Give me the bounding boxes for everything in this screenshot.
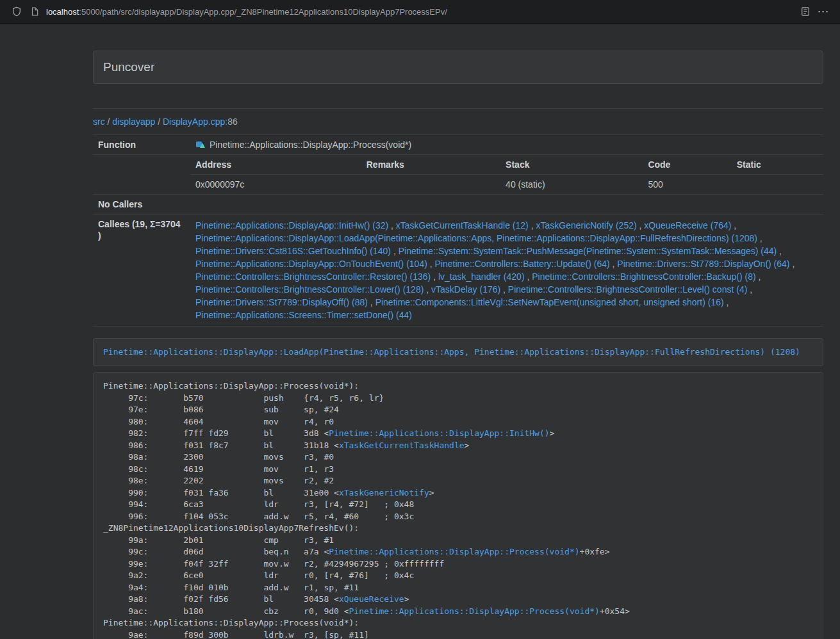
callee-link[interactable]: lv_task_handler (420)	[438, 271, 525, 282]
callee-link[interactable]: Pinetime::Drivers::St7789::DisplayOff() …	[195, 297, 368, 307]
callee-link[interactable]: Pinetime::Controllers::BrightnessControl…	[508, 284, 747, 295]
stats-header-row: AddressRemarksStackCodeStatic	[190, 155, 823, 175]
stats-header-remarks: Remarks	[361, 155, 500, 175]
no-callers-cell	[190, 195, 823, 214]
reader-mode-icon[interactable]	[796, 3, 814, 20]
code-line: 98c: 4619 mov r1, r3	[103, 464, 813, 476]
highlighted-callee-panel: Pinetime::Applications::DisplayApp::Load…	[93, 338, 823, 366]
code-line: 986: f031 f8c7 bl 31b18 <xTaskGetCurrent…	[103, 440, 813, 452]
code-line: 99c: d06d beq.n a7a <Pinetime::Applicati…	[103, 546, 813, 558]
callee-link[interactable]: Pinetime::Controllers::Battery::Update()…	[435, 259, 610, 269]
callee-link[interactable]: Pinetime::Drivers::St7789::DisplayOn() (…	[617, 259, 789, 269]
code-line: 9a4: f10d 010b add.w r1, sp, #11	[103, 582, 813, 594]
highlighted-callee-link[interactable]: Pinetime::Applications::DisplayApp::Load…	[103, 347, 800, 357]
callee-separator: ,	[529, 220, 536, 231]
callee-link[interactable]: Pinetime::Applications::DisplayApp::Init…	[195, 220, 388, 231]
breadcrumb-link[interactable]: src	[93, 117, 105, 127]
callee-link[interactable]: Pinetime::Applications::DisplayApp::OnTo…	[195, 259, 427, 269]
breadcrumb-link[interactable]: displayapp	[112, 117, 155, 127]
code-line: 98e: 2202 movs r2, #2	[103, 475, 813, 487]
callee-separator: ,	[757, 233, 762, 243]
callee-link[interactable]: Pinetime::Components::LittleVgl::SetNewT…	[375, 297, 724, 307]
browser-chrome: localhost:5000/path/src/displayapp/Displ…	[0, 0, 840, 24]
callees-label: Callees (19, Σ=3704 )	[93, 214, 190, 327]
callee-link[interactable]: Pinetime::Applications::DisplayApp::Load…	[195, 233, 757, 243]
navbar-brand[interactable]: Puncover	[103, 60, 154, 74]
callee-link[interactable]: Pinetime::Controllers::BrightnessControl…	[195, 271, 431, 282]
code-symbol-link[interactable]: Pinetime::Applications::DisplayApp::Init…	[329, 428, 549, 438]
stats-header-stack: Stack	[500, 155, 643, 175]
code-line: 980: 4604 mov r4, r0	[103, 416, 813, 428]
code-line: 990: f031 fa36 bl 31e00 <xTaskGenericNot…	[103, 487, 813, 499]
stats-row-label	[93, 155, 190, 195]
code-line: 97e: b086 sub sp, #24	[103, 404, 813, 416]
callee-separator: ,	[637, 220, 645, 231]
code-line: 994: 6ca3 ldr r3, [r4, #72] ; 0x48	[103, 499, 813, 511]
function-signature: Pinetime::Applications::DisplayApp::Proc…	[210, 140, 411, 150]
code-symbol-link[interactable]: xTaskGetCurrentTaskHandle	[339, 441, 465, 450]
stats-value	[361, 175, 500, 195]
code-line: 9a8: f02f fd56 bl 30458 <xQueueReceive>	[103, 594, 813, 606]
url-bar[interactable]: localhost:5000/path/src/displayapp/Displ…	[46, 7, 796, 17]
page-info-icon[interactable]	[26, 3, 44, 20]
divider	[93, 108, 823, 109]
code-line: 98a: 2300 movs r3, #0	[103, 451, 813, 464]
code-line: 982: f7ff fd29 bl 3d8 <Pinetime::Applica…	[103, 428, 813, 440]
code-line: 9ac: b180 cbz r0, 9d0 <Pinetime::Applica…	[103, 606, 813, 618]
symbol-type-icon	[195, 140, 206, 150]
breadcrumb-line-number: 86	[227, 117, 238, 127]
function-table: Function Pinetime::Applications::Display…	[93, 134, 823, 327]
callees-list: Pinetime::Applications::DisplayApp::Init…	[190, 214, 823, 327]
code-line: Pinetime::Applications::DisplayApp::Proc…	[103, 380, 813, 392]
code-line: _ZN8Pinetime12Applications10DisplayApp7R…	[103, 522, 813, 535]
stats-value: 0x0000097c	[190, 175, 361, 195]
stats-value: 40 (static)	[500, 175, 643, 195]
callee-link[interactable]: xTaskGetCurrentTaskHandle (12)	[396, 220, 529, 231]
callee-link[interactable]: xQueueReceive (764)	[644, 220, 731, 231]
overflow-menu-icon[interactable]: ⋯	[814, 3, 832, 20]
callee-separator: ,	[500, 284, 508, 295]
callee-separator: ,	[610, 259, 618, 269]
callee-separator: ,	[731, 220, 736, 231]
breadcrumb-link[interactable]: DisplayApp.cpp:	[163, 117, 227, 127]
function-signature-cell: Pinetime::Applications::DisplayApp::Proc…	[190, 135, 823, 155]
callee-separator: ,	[431, 271, 438, 282]
stats-header-static: Static	[732, 155, 823, 175]
callee-link[interactable]: Pinetime::Controllers::BrightnessControl…	[195, 284, 424, 295]
callee-link[interactable]: Pinetime::Applications::Screens::Timer::…	[195, 310, 412, 320]
callee-separator: ,	[424, 284, 431, 295]
stats-table: AddressRemarksStackCodeStatic 0x0000097c…	[190, 155, 823, 194]
code-line: 99e: f04f 32ff mov.w r2, #4294967295 ; 0…	[103, 558, 813, 570]
callee-link[interactable]: Pinetime::Controllers::BrightnessControl…	[532, 271, 755, 282]
no-callers-row: No Callers	[93, 195, 823, 214]
page-container: Puncover src / displayapp / DisplayApp.c…	[93, 51, 823, 639]
callee-separator: ,	[790, 259, 795, 269]
function-row: Function Pinetime::Applications::Display…	[93, 135, 823, 155]
callee-link[interactable]: Pinetime::System::SystemTask::PushMessag…	[399, 246, 777, 256]
breadcrumb-separator: /	[155, 117, 163, 127]
callee-separator: ,	[724, 297, 729, 307]
stats-cell: AddressRemarksStackCodeStatic 0x0000097c…	[190, 155, 823, 195]
callee-separator: ,	[427, 259, 435, 269]
callee-separator: ,	[747, 284, 752, 295]
callee-link[interactable]: vTaskDelay (176)	[431, 284, 500, 295]
callee-link[interactable]: xTaskGenericNotify (252)	[536, 220, 636, 231]
shield-icon[interactable]	[8, 3, 26, 20]
callee-link[interactable]: Pinetime::Drivers::Cst816S::GetTouchInfo…	[195, 246, 391, 256]
code-symbol-link[interactable]: Pinetime::Applications::DisplayApp::Proc…	[349, 606, 600, 616]
callee-separator: ,	[756, 271, 761, 282]
callee-separator: ,	[391, 246, 399, 256]
code-symbol-link[interactable]: xTaskGenericNotify	[339, 488, 429, 497]
code-line: 99a: 2b01 cmp r3, #1	[103, 535, 813, 547]
stats-header-address: Address	[190, 155, 361, 175]
code-symbol-link[interactable]: Pinetime::Applications::DisplayApp::Proc…	[329, 547, 579, 556]
stats-value-row: 0x0000097c40 (static)500	[190, 175, 823, 195]
breadcrumb: src / displayapp / DisplayApp.cpp:86	[93, 117, 823, 127]
code-symbol-link[interactable]: xQueueReceive	[339, 594, 404, 604]
callee-separator: ,	[388, 220, 396, 231]
no-callers-label: No Callers	[93, 195, 190, 214]
callees-row: Callees (19, Σ=3704 ) Pinetime::Applicat…	[93, 214, 823, 327]
url-path: :5000/path/src/displayapp/DisplayApp.cpp…	[79, 7, 447, 17]
url-host: localhost	[46, 7, 79, 17]
function-label: Function	[93, 135, 190, 155]
